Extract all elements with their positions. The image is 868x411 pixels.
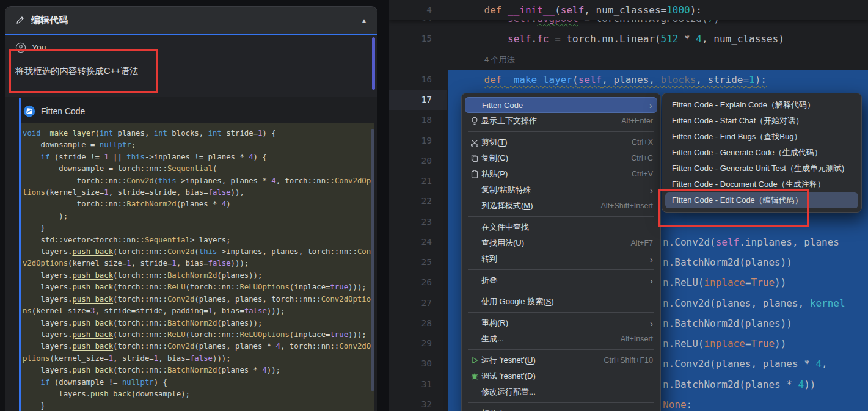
- context-menu-item[interactable]: 转到›: [462, 251, 660, 267]
- gutter-line-number[interactable]: 29: [389, 333, 432, 354]
- fitten-edit-code-panel: 编辑代码 ▲ You 将我框选的内容转换成C++语法 Fitten Code v…: [5, 6, 377, 411]
- editor-code-line[interactable]: n.BatchNorm2d(planes)): [663, 313, 792, 333]
- gutter-line-number[interactable]: 21: [389, 171, 432, 191]
- menu-item-label: Fitten Code: [482, 101, 523, 110]
- run-icon: [468, 355, 481, 365]
- gutter-line-number[interactable]: 19: [389, 131, 432, 151]
- context-menu-item[interactable]: Fitten Code›: [465, 97, 657, 113]
- assistant-message: Fitten Code void _make_layer(int planes,…: [19, 98, 374, 411]
- fitten-logo-icon: [23, 105, 35, 117]
- fitten-submenu-item[interactable]: Fitten Code - Edit Code（编辑代码）: [665, 192, 858, 208]
- submenu-arrow-icon: ›: [650, 318, 653, 329]
- menu-item-shortcut: Alt+Enter: [621, 117, 653, 125]
- code-scrollbar[interactable]: [371, 129, 374, 391]
- cpp-code-line: }: [23, 222, 372, 234]
- fitten-submenu-item[interactable]: Fitten Code - Generate Code（生成代码）: [662, 145, 861, 161]
- editor-code-line[interactable]: n.Conv2d(planes, planes, kernel: [663, 293, 845, 313]
- cpp-code-line: if (stride != 1 || this->inplanes != pla…: [23, 151, 372, 163]
- editor-code-line[interactable]: n.ReLU(inplace=True)): [663, 333, 786, 354]
- cpp-code-line: }: [23, 400, 372, 411]
- cpp-code-line: layers.push_back(torch::nn::BatchNorm2d(…: [23, 318, 372, 329]
- menu-item-label: 复制(C): [481, 153, 508, 164]
- menu-item-label: 生成...: [481, 333, 504, 344]
- collapse-arrow-icon[interactable]: ▲: [361, 17, 367, 24]
- context-menu-item[interactable]: 重构(R)›: [462, 315, 660, 331]
- editor-code-line[interactable]: None:: [663, 395, 692, 411]
- panel-scrollbar[interactable]: [372, 37, 375, 90]
- sticky-line-row: 4 def __init__(self, num_classes=1000):: [389, 0, 868, 20]
- context-menu-item[interactable]: 打开于›: [462, 406, 660, 411]
- cpp-code-block[interactable]: void _make_layer(int planes, int blocks,…: [21, 123, 374, 411]
- fitten-submenu-item[interactable]: Fitten Code - Start Chat（开始对话）: [662, 113, 861, 129]
- gutter-line-number[interactable]: 25: [389, 252, 432, 272]
- fitten-submenu-item[interactable]: Fitten Code - Document Code（生成注释）: [662, 176, 861, 192]
- gutter-line-number[interactable]: 20: [389, 151, 432, 171]
- menu-item-label: 使用 Google 搜索(S): [481, 296, 554, 307]
- gutter-line-number[interactable]: 32: [389, 395, 432, 411]
- cpp-code-line: downsample = torch::nn::Sequential(: [23, 163, 372, 175]
- lightbulb-icon: [468, 116, 481, 126]
- context-menu-item[interactable]: 显示上下文操作Alt+Enter: [462, 113, 660, 129]
- sticky-line-code: def __init__(self, num_classes=1000):: [461, 0, 702, 20]
- gutter-line-number[interactable]: 26: [389, 272, 432, 293]
- context-menu-item[interactable]: 折叠›: [462, 272, 660, 288]
- gutter-line-number[interactable]: 17: [389, 90, 432, 110]
- context-menu-item[interactable]: 剪切(T)Ctrl+X: [462, 134, 660, 150]
- fitten-submenu-item[interactable]: Fitten Code - Explain Code（解释代码）: [662, 97, 861, 113]
- fitten-submenu-item[interactable]: Fitten Code - Generate Unit Test（生成单元测试): [662, 161, 861, 176]
- menu-item-label: 运行 'resnet'(U): [481, 355, 536, 366]
- gutter-line-number[interactable]: 31: [389, 374, 432, 395]
- context-menu-item[interactable]: 生成...Alt+Insert: [462, 331, 660, 347]
- user-prompt-text: 将我框选的内容转换成C++语法: [15, 65, 367, 77]
- gutter-line-number[interactable]: 18: [389, 110, 432, 130]
- editor-code-line[interactable]: n.Conv2d(planes, planes * 4,: [663, 354, 828, 374]
- menu-item-label: 显示上下文操作: [481, 115, 537, 126]
- context-menu-item[interactable]: 运行 'resnet'(U)Ctrl+Shift+F10: [462, 352, 660, 368]
- gutter-line-number[interactable]: 30: [389, 354, 432, 374]
- editor-code-line[interactable]: n.BatchNorm2d(planes)): [663, 252, 792, 272]
- submenu-arrow-icon: ›: [650, 409, 653, 411]
- cpp-code-line: downsample = nullptr;: [23, 139, 372, 151]
- cpp-code-line: layers.push_back(torch::nn::ReLU(torch::…: [23, 282, 372, 293]
- menu-item-shortcut: Alt+F7: [631, 239, 653, 247]
- menu-item-label: 折叠: [481, 275, 497, 286]
- menu-item-shortcut: Ctrl+C: [631, 154, 653, 162]
- gutter-line-number[interactable]: 16: [389, 70, 432, 90]
- menu-item-label: 列选择模式(M): [481, 200, 533, 211]
- cpp-code-line: layers.push_back(torch::nn::ReLU(torch::…: [23, 329, 372, 341]
- menu-item-label: 查找用法(U): [481, 238, 524, 249]
- editor-code-line[interactable]: n.Conv2d(self.inplanes, planes: [663, 232, 839, 252]
- context-menu-item[interactable]: 查找用法(U)Alt+F7: [462, 235, 660, 251]
- gutter-line-number[interactable]: 27: [389, 293, 432, 313]
- context-menu-item[interactable]: 列选择模式(M)Alt+Shift+Insert: [462, 198, 660, 214]
- context-menu-item[interactable]: 复制(C)Ctrl+C: [462, 150, 660, 166]
- menu-item-shortcut: Ctrl+Shift+F10: [604, 356, 653, 365]
- cpp-code-line: tions(kernel_size=1, stride=stride, bias…: [23, 187, 372, 198]
- menu-item-label: 复制/粘贴特殊: [481, 184, 531, 195]
- usages-inlay-hint[interactable]: 4 个用法: [484, 49, 515, 70]
- cpp-code-line: );: [23, 211, 372, 222]
- gutter-line-number[interactable]: 28: [389, 313, 432, 333]
- fitten-submenu-item[interactable]: Fitten Code - Find Bugs（查找Bug）: [662, 129, 861, 145]
- editor-code-line[interactable]: n.ReLU(inplace=True)): [663, 272, 786, 293]
- gutter-line-number[interactable]: 23: [389, 212, 432, 232]
- gutter-line-number[interactable]: 22: [389, 191, 432, 211]
- context-menu-item[interactable]: 在文件中查找: [462, 219, 660, 235]
- context-menu-item[interactable]: 复制/粘贴特殊›: [462, 182, 660, 198]
- editor-code-line[interactable]: self.fc = torch.nn.Linear(512 * 4, num_c…: [461, 29, 784, 49]
- cpp-code-line: v2dOptions(kernel_size=1, stride=1, bias…: [23, 258, 372, 269]
- cpp-code-line: layers.push_back(torch::nn::Conv2d(plane…: [23, 294, 372, 305]
- editor-code-line[interactable]: def _make_layer(self, planes, blocks, st…: [461, 70, 767, 90]
- cpp-code-line: if (downsample != nullptr) {: [23, 377, 372, 388]
- context-menu-item[interactable]: 调试 'resnet'(D): [462, 368, 660, 384]
- gutter-line-number[interactable]: 24: [389, 232, 432, 252]
- editor-code-line[interactable]: n.BatchNorm2d(planes * 4)): [663, 374, 815, 395]
- submenu-arrow-icon: ›: [650, 275, 653, 286]
- context-menu-item[interactable]: 粘贴(P)Ctrl+V: [462, 166, 660, 182]
- cpp-code-line: layers.push_back(torch::nn::Conv2d(this-…: [23, 246, 372, 258]
- gutter-line-number[interactable]: 15: [389, 29, 432, 49]
- menu-item-shortcut: Alt+Shift+Insert: [601, 202, 653, 210]
- context-menu-item[interactable]: 使用 Google 搜索(S): [462, 294, 660, 310]
- menu-item-label: 打开于: [481, 408, 505, 411]
- context-menu-item[interactable]: 修改运行配置...: [462, 384, 660, 400]
